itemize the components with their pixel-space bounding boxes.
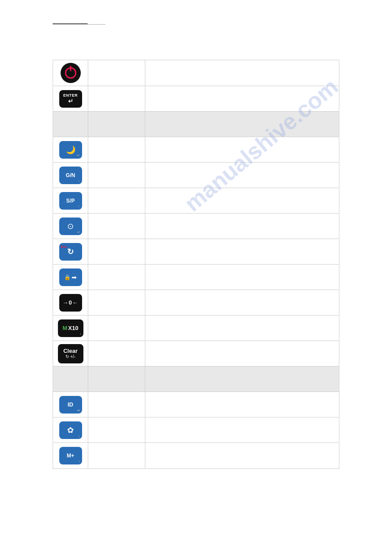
section-desc-cell — [145, 112, 339, 137]
icon-cell: ENTER ↵ — [53, 86, 88, 111]
small-arrow-icon: ↵ — [77, 409, 80, 413]
icon-cell: 🌙 ↵ — [53, 137, 88, 162]
icon-cell: M+ ↑ — [53, 443, 88, 468]
key-desc-cell — [145, 86, 339, 111]
esc-refresh-button-icon: Esc ↻ — [59, 243, 82, 261]
key-desc-cell — [145, 443, 339, 468]
icon-cell: ID ↵ — [53, 392, 88, 417]
key-name-cell — [88, 443, 145, 468]
table-row: →0← — [53, 290, 339, 316]
id-button-icon: ID ↵ — [59, 396, 82, 414]
icon-cell: 🔒 ➡ — [53, 265, 88, 290]
key-desc-cell — [145, 290, 339, 315]
id-label: ID — [68, 401, 73, 408]
gn-button-icon: G/N ↓ — [59, 167, 82, 184]
key-desc-cell — [145, 392, 339, 417]
enter-arrow-icon: ↵ — [68, 98, 73, 105]
m-label: M — [63, 325, 68, 331]
esc-label: Esc — [61, 245, 67, 249]
key-desc-cell — [145, 239, 339, 264]
key-desc-cell — [145, 137, 339, 162]
key-name-cell — [88, 392, 145, 417]
key-desc-cell — [145, 316, 339, 341]
key-desc-cell — [145, 265, 339, 290]
icon-cell: Esc ↻ — [53, 239, 88, 264]
icon-cell: ⊙ ↵ — [53, 214, 88, 239]
table-row: 🔒 ➡ — [53, 265, 339, 290]
table-row: ✿ ↓ — [53, 417, 339, 443]
enter-button-icon: ENTER ↵ — [59, 90, 82, 108]
key-name-cell — [88, 417, 145, 443]
key-name-cell — [88, 60, 145, 86]
zero-label: →0← — [62, 299, 78, 306]
top-link[interactable]: ___________ — [53, 18, 105, 25]
key-name-cell — [88, 188, 145, 213]
table-row: S/P ↑ — [53, 188, 339, 214]
table-row: ID ↵ — [53, 392, 339, 417]
mx10-button-icon: M X10 ↑ — [58, 319, 83, 337]
zero-button-icon: →0← — [59, 294, 82, 312]
key-desc-cell — [145, 417, 339, 443]
key-name-cell — [88, 86, 145, 111]
key-name-cell — [88, 316, 145, 341]
icon-cell: Clear ↻ +/- — [53, 341, 88, 366]
section-icon-cell — [53, 112, 88, 137]
key-name-cell — [88, 265, 145, 290]
table-row — [53, 60, 339, 86]
key-name-cell — [88, 137, 145, 162]
power-button-icon — [61, 63, 81, 83]
key-name-cell — [88, 163, 145, 188]
table-row: G/N ↓ — [53, 163, 339, 188]
icon-cell: M X10 ↑ — [53, 316, 88, 341]
clear-label: Clear — [63, 348, 78, 355]
sun-symbol: ✿ — [67, 425, 74, 435]
mplus-label: M+ — [67, 453, 74, 459]
enter-label: ENTER — [63, 93, 78, 98]
camera-symbol: ⊙ — [67, 221, 74, 231]
small-arrow-icon: ↵ — [77, 230, 80, 234]
small-arrow-icon: ↑ — [78, 204, 80, 208]
table-row: ⊙ ↵ — [53, 214, 339, 239]
table-row: Esc ↻ — [53, 239, 339, 265]
key-name-cell — [88, 239, 145, 264]
section-desc-cell — [145, 366, 339, 392]
small-arrow-icon: ↵ — [77, 153, 80, 157]
icon-cell: →0← — [53, 290, 88, 315]
icon-cell: ✿ ↓ — [53, 417, 88, 443]
key-desc-cell — [145, 341, 339, 366]
moon-return-button-icon: 🌙 ↵ — [59, 141, 82, 159]
section-name-cell — [88, 112, 145, 137]
section-header-row — [53, 112, 339, 137]
section-icon-cell — [53, 366, 88, 392]
table-row: M+ ↑ — [53, 443, 339, 468]
key-name-cell — [88, 214, 145, 239]
icon-cell: G/N ↓ — [53, 163, 88, 188]
camera-button-icon: ⊙ ↵ — [59, 218, 82, 235]
power-symbol — [65, 67, 76, 79]
lock-navigate-button-icon: 🔒 ➡ — [59, 268, 82, 286]
small-arrow-icon: ↑ — [79, 460, 80, 464]
key-desc-cell — [145, 214, 339, 239]
key-desc-cell — [145, 188, 339, 213]
small-arrow-icon: ↓ — [79, 434, 80, 438]
table-row: ENTER ↵ — [53, 86, 339, 112]
table-row: M X10 ↑ — [53, 316, 339, 341]
key-reference-table: ENTER ↵ 🌙 ↵ — [53, 60, 339, 469]
key-desc-cell — [145, 163, 339, 188]
small-arrow-icon: ↓ — [78, 179, 80, 183]
mplus-button-icon: M+ ↑ — [59, 447, 82, 464]
icon-cell: S/P ↑ — [53, 188, 88, 213]
lock-symbol: 🔒 — [64, 274, 71, 280]
page: manualshive.com ___________ ENTER ↵ — [0, 0, 392, 486]
sp-label: S/P — [66, 198, 75, 204]
key-name-cell — [88, 341, 145, 366]
moon-symbol: 🌙 — [66, 145, 76, 155]
clear-sub-label: ↻ +/- — [65, 354, 76, 359]
refresh-symbol: ↻ — [67, 247, 74, 257]
table-row: Clear ↻ +/- — [53, 341, 339, 366]
x10-label: X10 — [68, 325, 78, 331]
sp-button-icon: S/P ↑ — [59, 192, 82, 210]
key-name-cell — [88, 290, 145, 315]
gn-label: G/N — [66, 172, 75, 178]
arrow-symbol: ➡ — [72, 274, 77, 281]
